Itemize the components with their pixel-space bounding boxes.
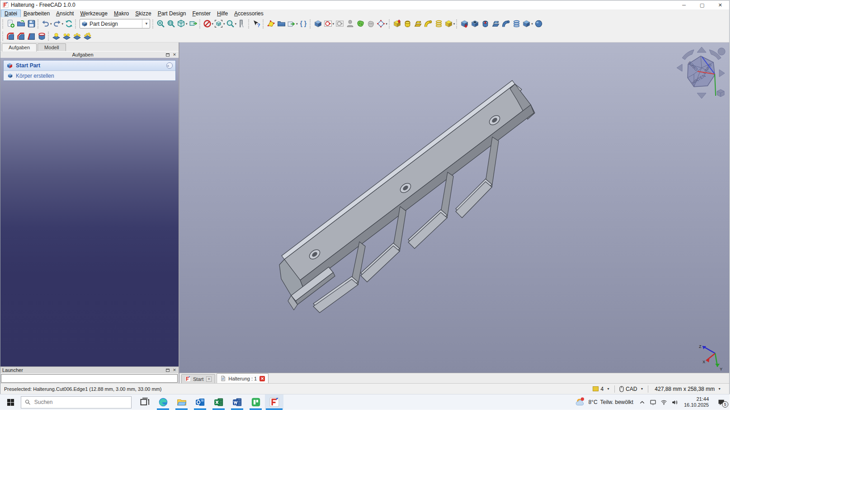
word-icon[interactable]	[228, 394, 246, 410]
create-body-task[interactable]: Körper erstellen	[4, 71, 175, 80]
launcher-float-icon[interactable]	[165, 368, 170, 373]
mdi-tab-start[interactable]: Start✕	[181, 374, 215, 383]
menu-fenster[interactable]: Fenster	[189, 10, 214, 17]
axonometric-view-icon[interactable]: ▾	[176, 19, 188, 29]
refresh-icon[interactable]	[64, 19, 74, 29]
linear-pattern-icon[interactable]	[61, 31, 72, 42]
menu-ansicht[interactable]: Ansicht	[53, 10, 77, 17]
map-sketch-icon[interactable]	[345, 19, 355, 29]
menu-makro[interactable]: Makro	[111, 10, 132, 17]
navigation-cube[interactable]: OBEN LINKS HINTEN	[676, 46, 726, 100]
additive-primitive-icon[interactable]: ▾	[444, 19, 456, 29]
additive-helix-icon[interactable]	[434, 19, 444, 29]
tab-modell[interactable]: Modell	[38, 43, 66, 51]
new-sketch-icon[interactable]	[266, 19, 276, 29]
pad-icon[interactable]	[392, 19, 402, 29]
collapse-section-button[interactable]	[166, 62, 173, 69]
mirrored-icon[interactable]	[51, 31, 61, 42]
thickness-icon[interactable]	[37, 31, 47, 42]
additive-loft-icon[interactable]	[413, 19, 423, 29]
close-button[interactable]: ✕	[711, 0, 729, 9]
volume-icon[interactable]	[670, 394, 680, 410]
wifi-icon[interactable]	[659, 394, 670, 410]
unit-system-selector[interactable]: 4 ▼	[588, 384, 614, 394]
menu-hilfe[interactable]: Hilfe	[214, 10, 231, 17]
launcher-input[interactable]	[1, 374, 178, 383]
launcher-close-icon[interactable]: ✕	[172, 368, 177, 373]
subtractive-primitive-icon[interactable]: ▾	[522, 19, 533, 29]
macro-icon[interactable]: { }	[298, 19, 309, 29]
chamfer-icon[interactable]	[16, 31, 26, 42]
workbench-selector[interactable]: Part Design▼	[80, 19, 150, 28]
excel-icon[interactable]	[209, 394, 228, 410]
start-part-header[interactable]: Start Part	[4, 61, 175, 71]
save-icon[interactable]	[26, 19, 37, 29]
taskbar-search[interactable]	[21, 396, 132, 408]
redo-icon[interactable]: ▾	[52, 19, 64, 29]
float-panel-icon[interactable]	[165, 52, 170, 57]
draw-style-icon[interactable]: ▾	[203, 19, 214, 29]
subtractive-helix-icon[interactable]	[511, 19, 522, 29]
export-icon[interactable]: ▾	[287, 19, 298, 29]
bounding-box-icon[interactable]: ▾	[214, 19, 226, 29]
search-input[interactable]	[34, 399, 127, 405]
sync-view-icon[interactable]	[188, 19, 198, 29]
edge-icon[interactable]	[154, 394, 172, 410]
measure-icon[interactable]	[237, 19, 247, 29]
maximize-button[interactable]: ▢	[693, 0, 711, 9]
freecad-taskbar-icon[interactable]	[265, 394, 283, 410]
fillet-icon[interactable]	[5, 31, 16, 42]
navigation-style-selector[interactable]: CAD ▼	[615, 384, 648, 394]
menu-skizze[interactable]: Skizze	[132, 10, 154, 17]
3d-viewport[interactable]: OBEN LINKS HINTEN	[179, 42, 729, 373]
multi-transform-icon[interactable]	[82, 31, 93, 42]
edit-sketch-icon[interactable]	[335, 19, 345, 29]
zoom-tools-icon[interactable]: ▾	[226, 19, 237, 29]
view-dimensions-selector[interactable]: 427,88 mm x 258,38 mm ▼	[648, 384, 726, 394]
polar-pattern-icon[interactable]	[72, 31, 82, 42]
close-panel-icon[interactable]: ✕	[172, 52, 177, 57]
hole-icon[interactable]	[470, 19, 480, 29]
menu-werkzeuge[interactable]: Werkzeuge	[77, 10, 110, 17]
tray-expand-icon[interactable]	[637, 394, 648, 410]
close-tab-icon[interactable]: ✕	[206, 376, 212, 382]
minimize-button[interactable]: ─	[675, 0, 693, 9]
green-office-app-icon[interactable]	[246, 394, 265, 410]
notification-center[interactable]: 5	[712, 394, 730, 410]
sketch-tools-icon[interactable]	[366, 19, 376, 29]
create-sketch-icon[interactable]: ▾	[323, 19, 335, 29]
subtractive-pipe-icon[interactable]	[501, 19, 511, 29]
open-folder-icon[interactable]	[276, 19, 287, 29]
draft-icon[interactable]	[26, 31, 37, 42]
sphere-icon[interactable]	[533, 19, 544, 29]
zoom-selection-icon[interactable]	[166, 19, 176, 29]
create-body-icon[interactable]	[313, 19, 323, 29]
taskbar-clock[interactable]: 21:44 16.10.2025	[680, 396, 712, 408]
close-tab-icon[interactable]: ✕	[259, 376, 265, 381]
menu-accessories[interactable]: Accessories	[231, 10, 267, 17]
fit-all-icon[interactable]	[156, 19, 166, 29]
groove-icon[interactable]	[480, 19, 491, 29]
undo-icon[interactable]: ▾	[41, 19, 52, 29]
menu-datei[interactable]: Datei	[1, 10, 20, 17]
tablet-icon[interactable]	[648, 394, 659, 410]
pocket-icon[interactable]	[459, 19, 470, 29]
menu-bearbeiten[interactable]: Bearbeiten	[20, 10, 53, 17]
revolution-icon[interactable]	[402, 19, 413, 29]
part-halterung[interactable]	[179, 42, 729, 373]
menu-part-design[interactable]: Part Design	[155, 10, 189, 17]
file-explorer-icon[interactable]	[172, 394, 191, 410]
open-document-icon[interactable]	[16, 19, 26, 29]
create-datum-icon[interactable]: ▾	[376, 19, 388, 29]
outlook-icon[interactable]	[191, 394, 209, 410]
start-button[interactable]	[0, 394, 21, 410]
subtractive-loft-icon[interactable]	[491, 19, 501, 29]
weather-widget[interactable]: 8°C Teilw. bewölkt	[572, 397, 637, 407]
mdi-tab-halterung-1[interactable]: Halterung : 1✕	[217, 373, 269, 383]
new-document-icon[interactable]	[5, 19, 16, 29]
additive-pipe-icon[interactable]	[423, 19, 434, 29]
whats-this-icon[interactable]: ?	[251, 19, 262, 29]
tab-aufgaben[interactable]: Aufgaben	[2, 43, 37, 52]
task-view-icon[interactable]	[135, 394, 154, 410]
validate-sketch-icon[interactable]	[355, 19, 366, 29]
